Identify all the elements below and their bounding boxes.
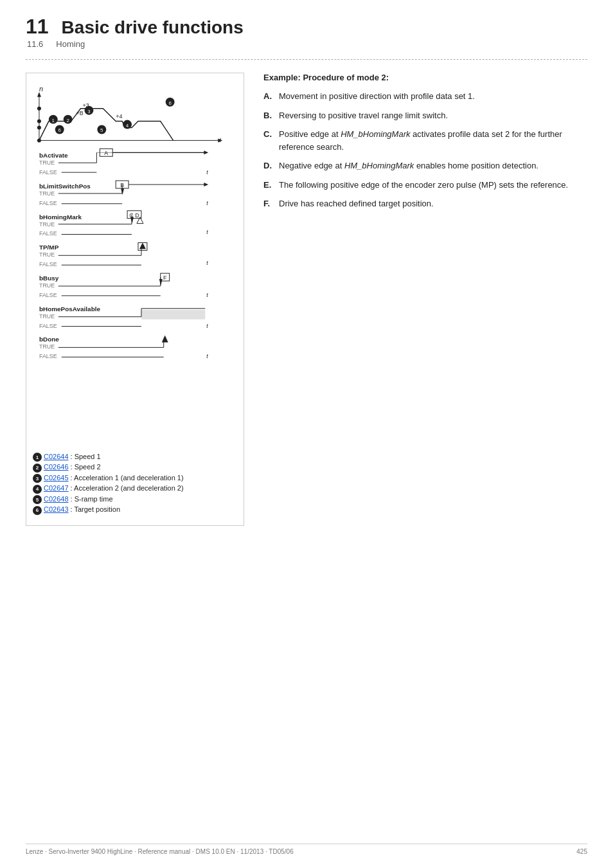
svg-text:6: 6 [168, 100, 172, 106]
legend-link-1[interactable]: C02644 [44, 453, 69, 460]
svg-text:TRUE: TRUE [39, 221, 55, 228]
svg-text:t: t [206, 200, 208, 206]
list-text-d: Negative edge at HM_bHomingMark enables … [279, 159, 538, 172]
svg-text:TRUE: TRUE [39, 159, 55, 166]
svg-text:bHomingMark: bHomingMark [39, 213, 82, 221]
svg-text:1: 1 [52, 118, 55, 123]
legend-desc-3: : Acceleration 1 (and deceleration 1) [71, 474, 184, 482]
section-divider [26, 59, 587, 60]
svg-text:t: t [206, 353, 208, 359]
svg-text:bBusy: bBusy [39, 275, 59, 282]
legend-link-6[interactable]: C02643 [44, 505, 69, 513]
list-item-f: F. Drive has reached defined target posi… [263, 197, 587, 210]
list-letter-e: E. [263, 179, 274, 192]
svg-text:bActivate: bActivate [39, 152, 68, 159]
svg-text:3: 3 [87, 109, 91, 114]
svg-text:6: 6 [58, 128, 62, 134]
legend-desc-6: : Target position [71, 505, 120, 513]
svg-text:TRUE: TRUE [39, 282, 55, 289]
list-letter-a: A. [263, 90, 274, 103]
svg-text:TRUE: TRUE [39, 313, 55, 320]
svg-point-29 [37, 107, 41, 111]
list-text-f: Drive has reached defined target positio… [279, 197, 434, 210]
legend: 1 C02644 : Speed 1 2 C02646 : Speed 2 3 … [33, 453, 237, 515]
legend-circle-4: 4 [33, 485, 42, 494]
legend-item-5: 5 C02648 : S-ramp time [33, 495, 237, 505]
svg-text:FALSE: FALSE [39, 292, 57, 298]
svg-text:FALSE: FALSE [39, 169, 57, 176]
legend-item-3: 3 C02645 : Acceleration 1 (and decelerat… [33, 474, 237, 484]
svg-text:5: 5 [100, 128, 103, 134]
legend-item-6: 6 C02643 : Target position [33, 505, 237, 515]
svg-text:2: 2 [66, 118, 69, 123]
legend-item-1: 1 C02644 : Speed 1 [33, 453, 237, 462]
svg-text:F: F [163, 275, 167, 281]
svg-text:+4: +4 [116, 113, 122, 120]
content-area: n t 1 [26, 73, 587, 525]
list-letter-b: B. [263, 109, 274, 122]
svg-text:TRUE: TRUE [39, 344, 55, 350]
chapter-title: Basic drive functions [62, 17, 244, 38]
list-item-e: E. The following positive edge of the en… [263, 179, 587, 192]
chapter-number: 11 [26, 15, 49, 38]
svg-text:TRUE: TRUE [39, 251, 55, 258]
list-letter-f: F. [263, 197, 274, 210]
list-item-c: C. Positive edge at HM_bHomingMark activ… [263, 128, 587, 153]
page-header: 11 Basic drive functions 11.6 Homing [26, 15, 587, 49]
footer-left: Lenze · Servo-Inverter 9400 HighLine · R… [26, 848, 294, 855]
svg-point-26 [37, 139, 41, 143]
legend-link-3[interactable]: C02645 [44, 474, 69, 482]
svg-point-28 [37, 120, 41, 123]
svg-text:TP/MP: TP/MP [39, 244, 59, 251]
list-item-a: A. Movement in positive direction with p… [263, 90, 587, 103]
legend-link-4[interactable]: C02647 [44, 484, 69, 492]
page-footer: Lenze · Servo-Inverter 9400 HighLine · R… [26, 844, 587, 855]
example-list: A. Movement in positive direction with p… [263, 90, 587, 210]
legend-desc-5: : S-ramp time [71, 495, 113, 503]
svg-text:t: t [206, 323, 208, 329]
footer-right: 425 [576, 848, 587, 855]
svg-text:t: t [206, 230, 208, 236]
legend-desc-1: : Speed 1 [71, 453, 101, 460]
svg-text:bLimitSwitchPos: bLimitSwitchPos [39, 183, 91, 190]
svg-text:bHomePosAvailable: bHomePosAvailable [39, 305, 101, 312]
svg-text:4: 4 [126, 123, 129, 129]
legend-circle-1: 1 [33, 453, 42, 462]
list-text-c: Positive edge at HM_bHomingMark activate… [279, 128, 587, 153]
svg-text:FALSE: FALSE [39, 323, 57, 329]
list-text-a: Movement in positive direction with prof… [279, 90, 475, 103]
svg-text:t: t [206, 169, 208, 176]
svg-text:n: n [39, 85, 43, 93]
legend-circle-5: 5 [33, 495, 42, 504]
list-text-b: Reversing to positive travel range limit… [279, 109, 448, 122]
svg-text:FALSE: FALSE [39, 200, 57, 206]
legend-item-4: 4 C02647 : Acceleration 2 (and decelerat… [33, 484, 237, 494]
list-letter-c: C. [263, 128, 274, 153]
svg-marker-98 [162, 336, 168, 343]
svg-point-27 [37, 126, 41, 130]
svg-marker-46 [204, 183, 208, 186]
list-letter-d: D. [263, 159, 274, 172]
svg-text:FALSE: FALSE [39, 231, 57, 237]
svg-text:t: t [206, 260, 208, 266]
legend-desc-4: : Acceleration 2 (and deceleration 2) [71, 484, 184, 492]
svg-text:+B: +B [76, 110, 84, 116]
list-item-b: B. Reversing to positive travel range li… [263, 109, 587, 122]
svg-marker-5 [37, 92, 41, 97]
svg-text:bDone: bDone [39, 336, 59, 343]
legend-circle-2: 2 [33, 464, 42, 473]
list-item-d: D. Negative edge at HM_bHomingMark enabl… [263, 159, 587, 172]
svg-marker-60 [130, 217, 134, 224]
svg-text:FALSE: FALSE [39, 353, 57, 359]
legend-circle-3: 3 [33, 474, 42, 483]
svg-text:FALSE: FALSE [39, 261, 57, 267]
legend-circle-6: 6 [33, 506, 42, 515]
right-panel: Example: Procedure of mode 2: A. Movemen… [263, 73, 587, 217]
legend-desc-2: : Speed 2 [71, 463, 101, 471]
legend-link-5[interactable]: C02648 [44, 495, 69, 503]
svg-rect-87 [141, 310, 205, 320]
legend-link-2[interactable]: C02646 [44, 463, 69, 471]
svg-text:TRUE: TRUE [39, 190, 55, 197]
legend-item-2: 2 C02646 : Speed 2 [33, 463, 237, 473]
sub-number: 11.6 [27, 39, 43, 49]
